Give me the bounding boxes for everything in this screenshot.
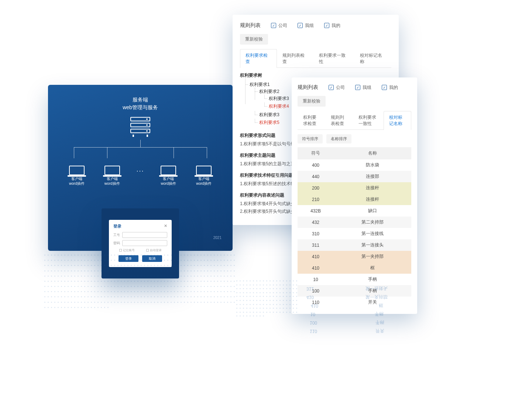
- table-row[interactable]: 432B缺口: [298, 205, 411, 217]
- filter-group[interactable]: ✓我组: [355, 84, 371, 91]
- cell-code: 310: [298, 228, 334, 239]
- rule-list-title: 规则列表: [240, 22, 261, 29]
- cell-code: 210: [298, 194, 334, 205]
- pass-input[interactable]: [122, 240, 167, 246]
- table-row[interactable]: 400防水袋: [298, 159, 411, 171]
- client-node: 客户端word插件: [157, 166, 179, 186]
- tab-bar: 权利要求检查 规则列表检查 权利要求一致性 校对标记名称: [298, 111, 411, 130]
- dot-decor: [236, 280, 299, 317]
- laptop-icon: [196, 166, 212, 175]
- table-row[interactable]: 410框: [298, 262, 411, 274]
- cell-code: 432: [298, 217, 334, 228]
- tab-claim-check[interactable]: 权利要求检查: [240, 49, 277, 68]
- ellipsis-icon: ···: [136, 167, 144, 186]
- cell-code: 311: [298, 239, 334, 251]
- revalidate-button[interactable]: 重新校验: [240, 34, 268, 45]
- reflection-decor: 110开关100手柄10手柄410框410第一夹持部311第一连接头: [281, 284, 413, 335]
- cell-code: 410: [298, 251, 334, 262]
- remember-checkbox[interactable]: 记住账号: [119, 248, 135, 252]
- laptop-icon: [69, 166, 85, 175]
- filter-mine[interactable]: ✓我的: [324, 23, 340, 29]
- arch-title-line1: 服务端: [48, 96, 233, 104]
- cell-name: 连接部: [334, 171, 411, 182]
- cell-code: 400: [298, 159, 334, 171]
- cell-name: 连接杆: [334, 194, 411, 205]
- revalidate-button[interactable]: 重新校验: [298, 96, 326, 107]
- table-row[interactable]: 432第二夹持部: [298, 217, 411, 228]
- cell-code: 432B: [298, 205, 334, 217]
- network-lines: [48, 140, 233, 166]
- col-code: 符号: [298, 147, 334, 159]
- cell-code: 440: [298, 171, 334, 182]
- arch-title: 服务端 web管理与服务: [48, 96, 233, 111]
- client-label: 客户端word插件: [193, 176, 215, 186]
- user-label: 工号: [113, 233, 121, 238]
- table-row[interactable]: 10手柄: [298, 274, 411, 285]
- tab-consistency[interactable]: 权利要求一致性: [353, 111, 384, 130]
- tab-rule-list-check[interactable]: 规则列表检查: [277, 49, 314, 68]
- cell-name: 框: [334, 262, 411, 274]
- cell-name: 第一夹持部: [334, 251, 411, 262]
- cell-name: 缺口: [334, 205, 411, 217]
- tab-bar: 权利要求检查 规则列表检查 权利要求一致性 校对标记名称: [240, 49, 391, 68]
- sort-by-code-button[interactable]: 符号排序: [298, 134, 323, 143]
- filter-group[interactable]: ✓我组: [298, 23, 314, 29]
- table-row[interactable]: 210连接杆: [298, 194, 411, 205]
- arch-title-line2: web管理与服务: [48, 104, 233, 111]
- laptop-icon: [104, 166, 120, 175]
- filter-company[interactable]: ✓公司: [329, 84, 345, 91]
- cell-code: 10: [298, 274, 334, 285]
- cell-name: 连接杆: [334, 182, 411, 194]
- tab-consistency[interactable]: 权利要求一致性: [313, 49, 354, 68]
- sort-by-name-button[interactable]: 名称排序: [326, 134, 351, 143]
- cell-name: 防水袋: [334, 159, 411, 171]
- autologin-checkbox[interactable]: 自动登录: [146, 248, 162, 252]
- filter-mine[interactable]: ✓我的: [382, 84, 398, 91]
- client-node: 客户端word插件: [66, 166, 88, 186]
- table-row[interactable]: 440连接部: [298, 171, 411, 182]
- cell-name: 第二夹持部: [334, 217, 411, 228]
- laptop-icon: [161, 166, 176, 175]
- rule-list-title: 规则列表: [298, 84, 318, 91]
- login-title: 登录: [113, 224, 121, 229]
- tab-mark-name[interactable]: 校对标记名称: [384, 111, 411, 130]
- cell-code: 410: [298, 262, 334, 274]
- table-row[interactable]: 310第一连接线: [298, 228, 411, 239]
- cell-name: 第一连接线: [334, 228, 411, 239]
- client-label: 客户端word插件: [157, 176, 179, 186]
- tab-mark-name[interactable]: 校对标记名称: [354, 49, 391, 68]
- client-label: 客户端word插件: [66, 176, 88, 186]
- table-row[interactable]: 410第一夹持部: [298, 251, 411, 262]
- cell-name: 第一连接头: [334, 239, 411, 251]
- table-row[interactable]: 200连接杆: [298, 182, 411, 194]
- server-icon: [130, 117, 150, 137]
- tab-rule-list-check[interactable]: 规则列表检查: [325, 111, 353, 130]
- user-input[interactable]: [122, 232, 167, 238]
- client-node: 客户端word插件: [193, 166, 215, 186]
- close-icon[interactable]: ✕: [164, 224, 167, 229]
- pass-label: 密码: [113, 241, 121, 246]
- client-label: 客户端word插件: [101, 176, 123, 186]
- client-node: 客户端word插件: [101, 166, 123, 186]
- tab-claim-check[interactable]: 权利要求检查: [298, 111, 325, 130]
- rule-panel-marks: 规则列表 ✓公司 ✓我组 ✓我的 重新校验 权利要求检查 规则列表检查 权利要求…: [292, 77, 417, 314]
- cell-name: 手柄: [334, 274, 411, 285]
- col-name: 名称: [334, 147, 411, 159]
- cell-code: 200: [298, 182, 334, 194]
- dot-decor: [44, 255, 236, 310]
- filter-company[interactable]: ✓公司: [271, 23, 287, 29]
- copyright: 2021: [213, 236, 222, 240]
- table-row[interactable]: 311第一连接头: [298, 239, 411, 251]
- client-row: 客户端word插件 客户端word插件 ··· 客户端word插件 客户端wor…: [48, 166, 233, 186]
